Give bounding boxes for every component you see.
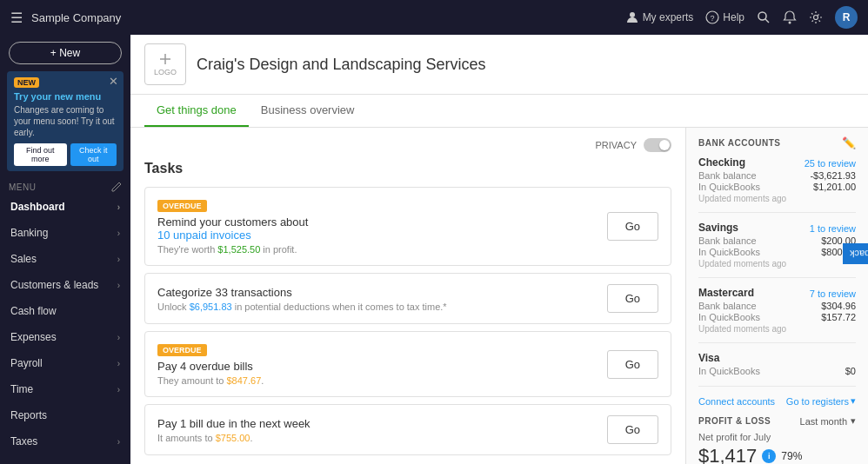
bank-qb-label: In QuickBooks	[698, 182, 760, 192]
sidebar-item-taxes[interactable]: Taxes ›	[0, 428, 130, 454]
bank-qb-value: $1,201.00	[813, 182, 856, 192]
company-logo: LOGO	[144, 43, 186, 85]
promo-buttons: Find out more Check it out	[14, 143, 117, 166]
bank-account-visa: Visa In QuickBooks $0	[698, 352, 856, 387]
task-title: Pay 4 overdue bills	[157, 360, 607, 373]
sidebar-item-time[interactable]: Time ›	[0, 376, 130, 402]
bank-qb-row: In QuickBooks $0	[698, 366, 856, 376]
promo-close-button[interactable]: ✕	[109, 75, 118, 88]
bank-balance-value: -$3,621.93	[810, 170, 856, 181]
task-subtitle: They're worth $1,525.50 in profit.	[157, 244, 607, 255]
connect-accounts-link[interactable]: Connect accounts	[698, 396, 775, 407]
gear-icon	[809, 10, 823, 24]
find-more-button[interactable]: Find out more	[14, 143, 67, 166]
task-title: Remind your customers about 10 unpaid in…	[157, 215, 607, 242]
task-info: Pay 1 bill due in the next week It amoun…	[157, 417, 607, 443]
page-tabs: Get things done Business overview	[130, 95, 868, 128]
new-button-wrap: + New	[0, 35, 130, 71]
tab-business-overview[interactable]: Business overview	[249, 95, 367, 127]
bank-qb-value: $157.72	[821, 312, 856, 322]
chevron-right-icon: ›	[117, 202, 120, 212]
body-scroll: PRIVACY Tasks OVERDUE Remind your custom…	[130, 128, 868, 464]
task-strong: 10 unpaid invoices	[157, 229, 251, 242]
task-go-button[interactable]: Go	[607, 212, 658, 241]
sidebar-item-reports[interactable]: Reports	[0, 402, 130, 428]
bank-review-link[interactable]: 1 to review	[810, 223, 856, 234]
sidebar-item-banking[interactable]: Banking ›	[0, 220, 130, 246]
my-experts-nav[interactable]: My experts	[625, 10, 694, 24]
tasks-title: Tasks	[144, 161, 183, 176]
bank-balance-label: Bank balance	[698, 170, 757, 181]
profit-loss-header: PROFIT & LOSS Last month ▾	[698, 415, 856, 427]
task-title: Categorize 33 transactions	[157, 286, 607, 299]
bank-updated: Updated moments ago	[698, 324, 856, 334]
task-subtitle: It amounts to $755.00.	[157, 433, 607, 443]
sidebar-item-expenses[interactable]: Expenses ›	[0, 324, 130, 350]
task-info: Categorize 33 transactions Unlock $6,951…	[157, 286, 607, 312]
profit-loss-title: PROFIT & LOSS	[698, 416, 771, 426]
settings-nav[interactable]	[809, 10, 823, 24]
bank-qb-label: In QuickBooks	[698, 247, 760, 257]
task-go-button[interactable]: Go	[607, 284, 658, 313]
profit-info-badge[interactable]: i	[762, 449, 776, 463]
task-title: Pay 1 bill due in the next week	[157, 417, 607, 430]
task-go-button[interactable]: Go	[607, 415, 658, 444]
privacy-label: PRIVACY	[596, 140, 637, 150]
privacy-toggle[interactable]	[644, 138, 671, 152]
user-avatar[interactable]: R	[835, 6, 858, 29]
content-area: LOGO Craig's Design and Landscaping Serv…	[130, 35, 868, 464]
hamburger-icon[interactable]: ☰	[10, 10, 23, 26]
profit-period-selector[interactable]: Last month ▾	[800, 415, 856, 427]
sidebar-bottom: Menu settings	[0, 454, 130, 464]
chevron-right-icon: ›	[117, 281, 120, 290]
bank-account-savings: Savings 1 to review Bank balance $200.00…	[698, 222, 856, 278]
edit-menu-icon[interactable]	[111, 182, 122, 192]
task-info: OVERDUE Remind your customers about 10 u…	[157, 198, 607, 255]
bank-review-link[interactable]: 7 to review	[810, 288, 856, 299]
task-card: Categorize 33 transactions Unlock $6,951…	[144, 273, 671, 324]
new-button[interactable]: + New	[9, 42, 122, 64]
notifications-nav[interactable]	[783, 10, 797, 24]
nav-actions: My experts ? Help R	[625, 6, 858, 29]
sidebar-item-customers-leads[interactable]: Customers & leads ›	[0, 272, 130, 298]
chevron-down-icon: ▾	[851, 415, 856, 427]
tab-get-things-done[interactable]: Get things done	[144, 95, 249, 127]
bank-accounts-header: BANK ACCOUNTS ✏️	[698, 136, 856, 149]
profit-percentage: 79%	[781, 450, 802, 462]
new-menu-promo: ✕ NEW Try your new menu Changes are comi…	[7, 71, 124, 171]
connect-row: Connect accounts Go to registers ▾	[698, 395, 856, 407]
main-layout: + New ✕ NEW Try your new menu Changes ar…	[0, 35, 868, 464]
profit-amount: $1,417 i 79%	[698, 445, 856, 464]
profit-label: Net profit for July	[698, 432, 856, 442]
feedback-tab[interactable]: Give Feedback	[843, 243, 868, 264]
promo-desc: Changes are coming to your menu soon! Tr…	[14, 104, 117, 138]
bank-review-link[interactable]: 25 to review	[805, 158, 856, 169]
bank-account-mastercard: Mastercard 7 to review Bank balance $304…	[698, 287, 856, 343]
bank-updated: Updated moments ago	[698, 259, 856, 268]
chevron-right-icon: ›	[117, 333, 120, 342]
menu-section-label: MENU	[0, 176, 130, 194]
sidebar-item-sales[interactable]: Sales ›	[0, 246, 130, 272]
go-to-registers-link[interactable]: Go to registers ▾	[786, 395, 856, 407]
task-go-button[interactable]: Go	[607, 350, 658, 379]
overdue-badge: OVERDUE	[157, 200, 207, 212]
task-amount: $1,525.50	[217, 244, 260, 255]
task-info: OVERDUE Pay 4 overdue bills They amount …	[157, 342, 607, 386]
sidebar-item-dashboard[interactable]: Dashboard ›	[0, 194, 130, 220]
check-it-out-button[interactable]: Check it out	[70, 143, 117, 166]
sidebar-item-payroll[interactable]: Payroll ›	[0, 350, 130, 376]
svg-point-0	[630, 12, 635, 17]
promo-title: Try your new menu	[14, 91, 117, 102]
bell-icon	[783, 10, 797, 24]
tasks-header: Tasks	[144, 161, 671, 176]
search-nav[interactable]	[757, 10, 771, 24]
task-card: OVERDUE Pay 4 overdue bills They amount …	[144, 331, 671, 397]
privacy-row: PRIVACY	[144, 138, 671, 152]
svg-point-6	[814, 16, 818, 20]
help-nav[interactable]: ? Help	[705, 10, 744, 24]
sidebar-item-cash-flow[interactable]: Cash flow	[0, 298, 130, 324]
task-amount: $847.67	[227, 375, 262, 386]
bank-edit-icon[interactable]: ✏️	[842, 136, 856, 149]
chevron-right-icon: ›	[117, 255, 120, 264]
bank-account-name: Visa	[698, 352, 719, 364]
